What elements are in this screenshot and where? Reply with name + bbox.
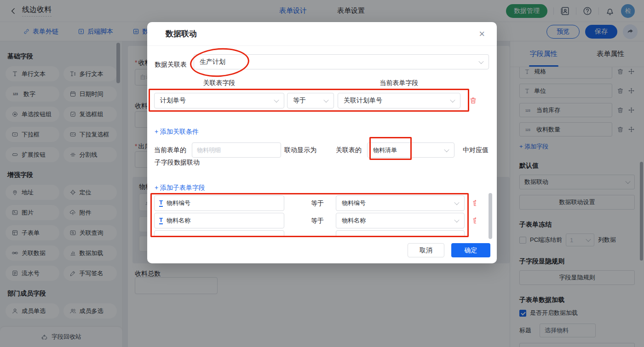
subfield-operator: 等于 [304,195,331,211]
linked-field-select[interactable]: 物料清单 [367,142,454,158]
subfield-linkage-title: 子字段数据联动 [155,159,200,166]
subfield-operator: 等于 [304,213,331,228]
chevron-down-icon [478,58,483,63]
subfield-source-label: 物料名称 [167,216,190,225]
condition-operator-value: 等于 [293,97,306,105]
subfield-target-select[interactable]: 物料编号 [336,195,465,211]
subfield-linkage-row: T 物料编号 等于 物料编号 [154,195,476,211]
data-linkage-modal: 数据联动 × 数据关联表 生产计划 关联表字段 当前表单字段 计划单号 等于 关… [147,22,497,263]
subfield-rows: T 物料编号 等于 物料编号 [154,195,476,237]
display-as-label: 联动显示为 [284,142,316,158]
modal-scrollbar[interactable] [489,193,492,239]
condition-target-value: 关联计划单号 [344,97,382,105]
current-form-field-input[interactable]: 物料明细 [192,142,281,158]
linked-table-label: 关联表的 [336,142,362,158]
trash-icon[interactable] [472,199,476,207]
subfield-source-box[interactable]: T 物料名称 [154,213,284,228]
close-icon[interactable]: × [479,29,485,39]
chevron-down-icon [274,97,279,102]
subfield-source-label: 物料编号 [167,199,190,207]
chevron-down-icon [444,147,449,152]
modal-header: 数据联动 × [147,22,497,46]
add-condition-link[interactable]: + 添加关联条件 [155,128,199,136]
text-field-icon: T [159,199,163,207]
linked-field-value: 物料清单 [373,146,397,154]
add-subfield-link[interactable]: + 添加子表单字段 [155,184,205,192]
link-table-select[interactable]: 生产计划 [194,54,489,69]
text-field-icon: T [159,217,163,224]
cancel-button[interactable]: 取消 [408,243,444,257]
clipped-subfield-row [154,230,476,237]
condition-field-select[interactable]: 计划单号 [154,93,284,108]
condition-field-value: 计划单号 [160,97,186,105]
condition-operator-select[interactable]: 等于 [287,93,334,108]
subfield-source-box[interactable]: T 物料编号 [154,195,284,211]
form-designer-app: 线边收料 表单设计 表单设置 数据管理 检 表单外链 [0,0,644,347]
condition-target-select[interactable]: 关联计划单号 [338,93,460,108]
chevron-down-icon [323,97,328,102]
chevron-down-icon [450,97,455,102]
link-table-value: 生产计划 [200,58,225,66]
trash-icon[interactable] [469,97,477,104]
modal-title: 数据联动 [166,28,197,39]
chevron-down-icon [454,200,459,205]
subfield-target-value: 物料名称 [342,216,366,225]
link-table-label: 数据关联表 [155,61,187,68]
confirm-button[interactable]: 确定 [451,243,490,257]
subfield-rows-list: T 物料编号 等于 物料编号 [154,195,476,228]
subfield-linkage-row: T 物料名称 等于 物料名称 [154,213,476,228]
subfield-target-value: 物料编号 [342,199,366,207]
trash-icon[interactable] [472,216,476,224]
value-suffix-label: 中对应值 [463,142,489,158]
chevron-down-icon [454,217,459,222]
current-form-label: 当前表单的 [154,142,186,158]
subfield-target-select[interactable]: 物料名称 [336,213,465,228]
modal-body: 数据关联表 生产计划 关联表字段 当前表单字段 计划单号 等于 关联计划单号 +… [147,46,497,263]
column-header-right: 当前表单字段 [338,79,460,87]
column-header-left: 关联表字段 [154,79,284,87]
